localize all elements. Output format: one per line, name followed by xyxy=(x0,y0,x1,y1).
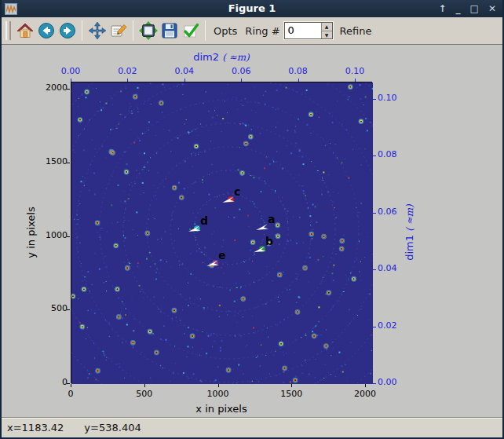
right-tick-label: 0.10 xyxy=(378,93,397,103)
left-tick xyxy=(67,89,70,90)
navigation-toolbar: Opts Ring # 0 ▲ ▼ Refine xyxy=(2,17,502,45)
edit-parameters-button[interactable] xyxy=(108,20,129,42)
left-tick-label: 1000 xyxy=(33,230,68,240)
right-tick xyxy=(373,213,376,214)
toolbar-separator xyxy=(82,20,82,41)
ring-number-spinbox[interactable]: 0 ▲ ▼ xyxy=(284,22,333,39)
left-tick xyxy=(67,163,70,163)
top-tick xyxy=(127,79,128,82)
left-tick-label: 2000 xyxy=(33,82,68,93)
bottom-tick-label: 1000 xyxy=(207,389,229,399)
bottom-tick xyxy=(218,384,219,387)
top-tick xyxy=(298,79,299,82)
spin-down-icon[interactable]: ▼ xyxy=(322,31,332,39)
spin-up-icon[interactable]: ▲ xyxy=(322,23,332,31)
toolbar-separator xyxy=(133,20,133,41)
ring-number-value[interactable]: 0 xyxy=(285,23,321,38)
bottom-tick-label: 500 xyxy=(136,389,152,399)
right-tick-label: 0.06 xyxy=(378,207,397,217)
top-tick-label: 0.02 xyxy=(118,66,137,76)
bottom-tick-label: 1500 xyxy=(280,389,302,399)
bottom-axis-title: x in pixels xyxy=(195,403,247,415)
right-tick xyxy=(373,99,376,100)
status-bar: x=1183.42 y=538.404 xyxy=(2,417,502,437)
zoom-to-rect-button[interactable] xyxy=(137,20,159,42)
save-floppy-icon xyxy=(160,21,179,40)
pan-button[interactable] xyxy=(86,20,108,42)
plot-frame xyxy=(71,82,372,383)
window-title: Figure 1 xyxy=(2,0,502,17)
window-controls: ↑ _ □ ✕ xyxy=(439,0,496,17)
home-icon xyxy=(16,21,35,40)
right-tick xyxy=(373,155,376,156)
toolbar-grip-handle[interactable] xyxy=(5,21,11,40)
right-tick-label: 0.04 xyxy=(378,263,397,273)
left-tick xyxy=(67,236,70,237)
top-axis-title: dim2 ( ≈m) xyxy=(193,51,250,63)
right-tick-label: 0.00 xyxy=(378,377,397,387)
right-axis-title: dim1 ( ≈m) xyxy=(404,204,415,261)
check-mark-icon xyxy=(181,21,200,40)
top-tick-label: 0.06 xyxy=(232,66,251,76)
bottom-tick xyxy=(71,384,71,387)
top-tick xyxy=(184,79,185,82)
diffraction-image[interactable] xyxy=(71,82,373,384)
toolbar-separator xyxy=(205,20,206,41)
shade-button[interactable]: ↑ xyxy=(439,0,447,17)
top-tick-label: 0.00 xyxy=(61,66,81,76)
top-tick xyxy=(355,79,356,82)
right-tick xyxy=(373,327,376,327)
cursor-x-readout: x=1183.42 xyxy=(7,422,64,434)
ring-number-label: Ring # xyxy=(245,25,279,37)
zoom-rect-icon xyxy=(139,21,158,40)
bottom-tick xyxy=(144,384,145,387)
save-button[interactable] xyxy=(159,20,180,42)
left-tick-label: 500 xyxy=(33,303,68,313)
left-tick xyxy=(67,383,70,384)
maximize-button[interactable]: □ xyxy=(470,0,479,17)
top-tick-label: 0.10 xyxy=(345,66,365,76)
apply-button[interactable] xyxy=(180,20,201,42)
top-tick xyxy=(241,79,242,82)
top-tick xyxy=(71,79,71,82)
left-tick-label: 0 xyxy=(33,377,68,387)
bottom-tick xyxy=(365,384,366,387)
cursor-y-readout: y=538.404 xyxy=(84,422,141,434)
left-tick xyxy=(67,309,70,310)
minimize-button[interactable]: _ xyxy=(456,0,461,17)
back-icon xyxy=(37,21,56,40)
forward-icon xyxy=(58,21,77,40)
right-tick xyxy=(373,269,376,270)
left-tick-label: 1500 xyxy=(33,156,68,166)
top-tick-label: 0.04 xyxy=(175,66,195,76)
right-tick-label: 0.08 xyxy=(378,149,397,159)
spin-arrows: ▲ ▼ xyxy=(321,23,332,38)
top-tick-label: 0.08 xyxy=(288,66,308,76)
home-button[interactable] xyxy=(14,20,35,42)
bottom-tick-label: 0 xyxy=(68,389,74,399)
back-button[interactable] xyxy=(35,20,57,42)
close-button[interactable]: ✕ xyxy=(488,0,496,17)
pan-move-icon xyxy=(88,21,107,40)
forward-button[interactable] xyxy=(57,20,78,42)
title-bar: Figure 1 ↑ _ □ ✕ xyxy=(2,0,502,17)
bottom-tick xyxy=(291,384,292,387)
edit-note-icon xyxy=(109,21,128,40)
refine-button[interactable]: Refine xyxy=(340,25,372,37)
right-tick-label: 0.02 xyxy=(378,320,397,331)
figure-canvas-area: dim2 ( ≈m) dim1 ( ≈m) y in pixels x in p… xyxy=(2,45,502,417)
bottom-tick-label: 2000 xyxy=(354,389,376,399)
figure-window: Figure 1 ↑ _ □ ✕ xyxy=(0,0,504,439)
opts-button[interactable]: Opts xyxy=(214,25,237,37)
right-tick xyxy=(373,383,376,384)
